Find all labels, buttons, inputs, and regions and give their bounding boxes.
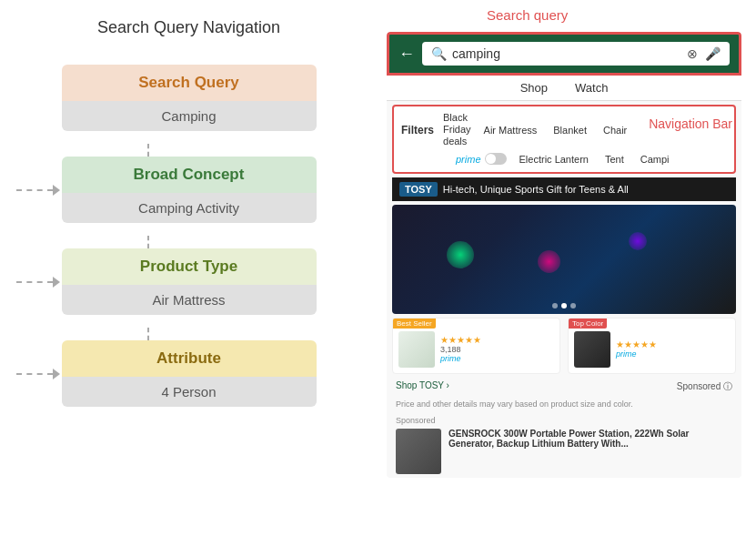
toggle-knob bbox=[486, 154, 496, 164]
sponsored-section: Sponsored GENSROCK 300W Portable Power S… bbox=[387, 412, 741, 478]
tosy-logo[interactable]: TOSY bbox=[399, 182, 438, 197]
mic-icon[interactable]: 🎤 bbox=[705, 46, 721, 61]
product-prime-2: prime bbox=[616, 349, 730, 359]
main-image bbox=[392, 205, 736, 314]
taxonomy-value-broad: Camping Activity bbox=[62, 193, 317, 223]
blanket-tag[interactable]: Blanket bbox=[549, 123, 590, 137]
taxonomy-value-product: Air Mattress bbox=[62, 285, 317, 315]
search-icons-right: ⊗ 🎤 bbox=[687, 46, 721, 61]
black-friday-tag[interactable]: BlackFridaydeals bbox=[443, 112, 471, 148]
tosy-text: Hi-tech, Unique Sports Gift for Teens & … bbox=[443, 184, 629, 195]
search-query-label: Search query bbox=[487, 7, 568, 23]
tent-tag[interactable]: Tent bbox=[601, 152, 628, 167]
arrow-head-product bbox=[53, 277, 60, 288]
shop-tosy-row: Shop TOSY › Sponsored ⓘ bbox=[387, 378, 741, 396]
taxonomy-label-broad: Broad Concept bbox=[62, 157, 317, 193]
sponsored-title: GENSROCK 300W Portable Power Station, 22… bbox=[449, 429, 732, 449]
filters-row2: prime Electric Lantern Tent Campi bbox=[456, 152, 727, 167]
clear-icon[interactable]: ⊗ bbox=[687, 46, 698, 61]
phone-mockup: ← 🔍 camping ⊗ 🎤 Shop Watch Navigation Ba… bbox=[387, 32, 741, 478]
nav-bar: Shop Watch bbox=[387, 76, 741, 101]
taxonomy-item-attribute: Attribute 4 Person bbox=[62, 340, 317, 407]
back-arrow-icon[interactable]: ← bbox=[398, 45, 415, 64]
taxonomy-item-search: Search Query Camping bbox=[62, 65, 317, 131]
dashed-line-attribute bbox=[16, 373, 53, 375]
arrow-head-broad bbox=[53, 185, 60, 196]
glow-orb2 bbox=[538, 250, 560, 273]
product-card-2[interactable]: Top Color ★★★★★ prime bbox=[568, 318, 736, 374]
arrow-product bbox=[16, 277, 60, 288]
search-input-box[interactable]: 🔍 camping ⊗ 🎤 bbox=[422, 42, 730, 66]
taxonomy-value-search: Camping bbox=[62, 101, 317, 131]
filters-label[interactable]: Filters bbox=[401, 124, 434, 137]
taxonomy-container: Search Query Camping Broad Concept Campi… bbox=[27, 65, 350, 432]
chair-tag[interactable]: Chair bbox=[600, 123, 630, 137]
left-panel: Search Query Navigation Search Query Cam… bbox=[0, 0, 378, 536]
sponsored-label: Sponsored bbox=[396, 416, 732, 425]
taxonomy-label-attribute: Attribute bbox=[62, 340, 317, 377]
nav-item-shop[interactable]: Shop bbox=[520, 81, 548, 95]
sponsored-product[interactable]: GENSROCK 300W Portable Power Station, 22… bbox=[396, 429, 732, 474]
campi-tag[interactable]: Campi bbox=[637, 152, 673, 167]
prime-label: prime bbox=[456, 154, 481, 165]
arrow-attribute bbox=[16, 369, 60, 379]
dot3[interactable] bbox=[570, 303, 576, 308]
toggle-switch[interactable] bbox=[485, 153, 507, 165]
search-bar: ← 🔍 camping ⊗ 🎤 bbox=[387, 32, 741, 76]
sponsored-text: GENSROCK 300W Portable Power Station, 22… bbox=[449, 429, 732, 474]
v-dash-3 bbox=[147, 328, 149, 340]
v-dash-1 bbox=[147, 144, 149, 157]
arrow-broad bbox=[16, 185, 60, 196]
v-dash-2 bbox=[147, 236, 149, 248]
product-thumb-1 bbox=[398, 331, 435, 368]
nav-item-watch[interactable]: Watch bbox=[575, 81, 608, 95]
product-prime-1: prime bbox=[440, 354, 554, 363]
left-title: Search Query Navigation bbox=[97, 18, 280, 37]
filters-section: Filters BlackFridaydeals Air Mattress Bl… bbox=[392, 105, 736, 174]
dot1[interactable] bbox=[552, 303, 558, 308]
glow-orb1 bbox=[447, 241, 474, 268]
right-panel: Search query ← 🔍 camping ⊗ 🎤 Shop Watch … bbox=[378, 0, 756, 536]
air-mattress-tag[interactable]: Air Mattress bbox=[480, 123, 541, 137]
product-card-1[interactable]: Best Seller ★★★★★ 3,188 prime bbox=[392, 318, 560, 374]
shop-tosy-link[interactable]: Shop TOSY › bbox=[396, 380, 449, 393]
product-stars-1: ★★★★★ bbox=[440, 335, 554, 345]
product-info-2: ★★★★★ prime bbox=[616, 339, 730, 359]
taxonomy-label-search: Search Query bbox=[62, 65, 317, 101]
tosy-bar: TOSY Hi-tech, Unique Sports Gift for Tee… bbox=[392, 177, 736, 201]
sponsored-thumb bbox=[396, 429, 441, 474]
product-info-1: ★★★★★ 3,188 prime bbox=[440, 335, 554, 363]
image-dots bbox=[552, 303, 576, 308]
price-note: Price and other details may vary based o… bbox=[387, 396, 741, 412]
taxonomy-item-product: Product Type Air Mattress bbox=[62, 248, 317, 315]
sponsored-note: Sponsored ⓘ bbox=[677, 380, 732, 393]
dashed-line-product bbox=[16, 281, 53, 283]
product-cards: Best Seller ★★★★★ 3,188 prime Top Color … bbox=[392, 318, 736, 374]
taxonomy-label-product: Product Type bbox=[62, 248, 317, 285]
taxonomy-value-attribute: 4 Person bbox=[62, 377, 317, 407]
search-text: camping bbox=[452, 46, 681, 61]
bestseller-badge: Best Seller bbox=[393, 319, 436, 329]
arrow-head-attribute bbox=[53, 369, 60, 379]
search-icon: 🔍 bbox=[431, 46, 447, 61]
prime-toggle[interactable]: prime bbox=[456, 153, 507, 165]
product-thumb-2 bbox=[574, 331, 610, 368]
electric-lantern-tag[interactable]: Electric Lantern bbox=[516, 152, 592, 167]
glow-orb3 bbox=[629, 232, 647, 250]
taxonomy-item-broad: Broad Concept Camping Activity bbox=[62, 157, 317, 223]
dashed-line-broad bbox=[16, 189, 53, 191]
product-stars-2: ★★★★★ bbox=[616, 339, 730, 349]
product-count-1: 3,188 bbox=[440, 345, 554, 354]
nav-bar-label: Navigation Bar bbox=[649, 116, 732, 131]
top-color-badge: Top Color bbox=[569, 319, 607, 329]
dot2[interactable] bbox=[561, 303, 567, 308]
